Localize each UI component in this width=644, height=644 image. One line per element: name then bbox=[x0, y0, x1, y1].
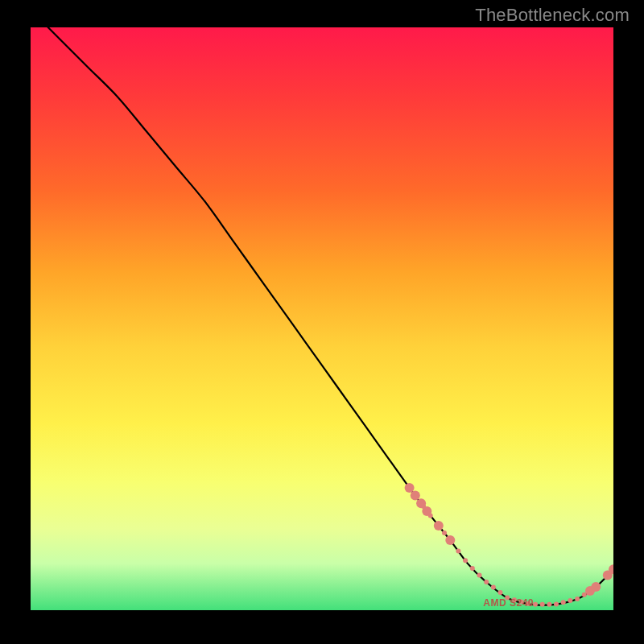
highlight-dot bbox=[498, 590, 503, 595]
bottleneck-curve bbox=[48, 27, 613, 605]
highlight-dot bbox=[575, 597, 580, 601]
highlight-dot bbox=[547, 602, 551, 607]
curve-svg bbox=[31, 27, 613, 610]
highlight-dot bbox=[463, 558, 468, 563]
plot-area: AMD S240 bbox=[31, 27, 613, 610]
highlight-dot-large bbox=[416, 498, 426, 508]
highlight-dot bbox=[442, 530, 447, 535]
highlight-dot bbox=[561, 600, 566, 605]
highlight-dot-large bbox=[445, 535, 455, 545]
attribution-text: TheBottleneck.com bbox=[475, 5, 630, 26]
highlight-dot bbox=[456, 549, 460, 554]
highlight-dot-large bbox=[591, 582, 601, 592]
highlight-dot-large bbox=[405, 483, 415, 493]
highlight-dot bbox=[484, 580, 489, 584]
highlight-dot bbox=[491, 584, 496, 589]
highlight-dot bbox=[568, 598, 572, 603]
highlight-dot bbox=[477, 573, 482, 578]
chart-container: TheBottleneck.com AMD S240 bbox=[0, 0, 644, 644]
highlight-dot-large bbox=[411, 491, 420, 501]
highlight-dots bbox=[405, 483, 613, 607]
highlight-dot-large bbox=[422, 506, 431, 516]
series-label: AMD S240 bbox=[483, 597, 534, 609]
highlight-dot-large bbox=[434, 521, 444, 530]
highlight-dot bbox=[540, 602, 545, 607]
highlight-dot bbox=[470, 566, 475, 571]
highlight-dot bbox=[554, 601, 559, 606]
